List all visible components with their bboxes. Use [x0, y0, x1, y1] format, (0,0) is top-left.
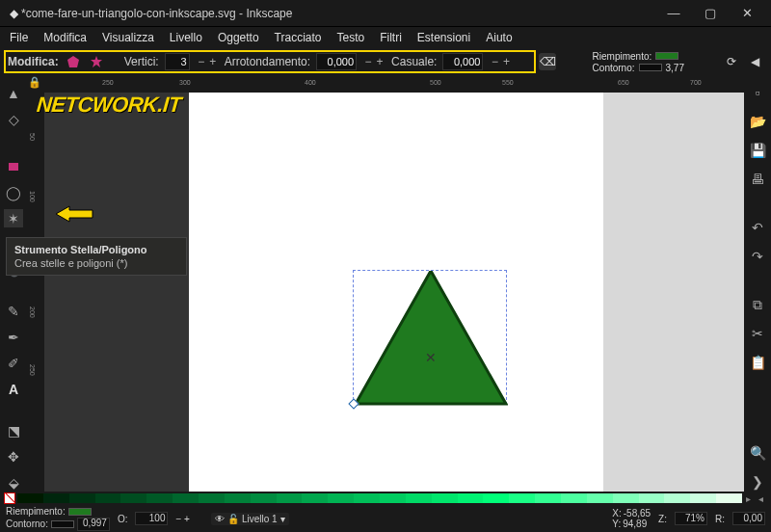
print-icon[interactable]: 🖶: [748, 170, 767, 189]
close-button[interactable]: ✕: [729, 4, 765, 23]
palette-swatch[interactable]: [17, 493, 43, 503]
palette-swatch[interactable]: [173, 493, 199, 503]
star-tool-icon[interactable]: ✶: [4, 209, 23, 227]
new-doc-icon[interactable]: ▫: [748, 83, 767, 102]
rectangle-tool-icon[interactable]: [4, 157, 23, 175]
palette-swatch[interactable]: [613, 493, 639, 503]
palette-swatch[interactable]: [146, 493, 173, 503]
zoom-icon[interactable]: 🔍: [748, 443, 767, 463]
menu-view[interactable]: Visualizza: [96, 29, 160, 46]
pencil-tool-icon[interactable]: ✎: [4, 303, 23, 321]
xml-icon[interactable]: ❯: [748, 472, 767, 492]
menu-path[interactable]: Tracciato: [269, 29, 328, 46]
status-stroke-width[interactable]: 0,997: [77, 518, 110, 531]
palette-swatch[interactable]: [354, 493, 380, 503]
vertices-input[interactable]: [165, 53, 190, 70]
opacity-input[interactable]: 100: [135, 512, 168, 525]
status-stroke-swatch[interactable]: [51, 520, 74, 528]
stroke-swatch[interactable]: [639, 64, 662, 71]
node-tool-icon[interactable]: ◇: [4, 111, 23, 129]
menu-file[interactable]: File: [4, 29, 34, 46]
status-fill-swatch[interactable]: [68, 508, 92, 516]
canvas[interactable]: ✕: [44, 93, 744, 492]
layer-selector[interactable]: 👁 🔓 Livello 1 ▾: [211, 513, 289, 525]
palette-swatch[interactable]: [225, 493, 251, 503]
calligraphy-tool-icon[interactable]: ✐: [4, 355, 23, 373]
random-input[interactable]: [442, 53, 483, 70]
save-icon[interactable]: 💾: [748, 141, 767, 160]
palette-swatch[interactable]: [43, 493, 69, 503]
palette-swatch[interactable]: [199, 493, 225, 503]
menu-text[interactable]: Testo: [331, 29, 370, 46]
paste-icon[interactable]: 📋: [748, 353, 767, 372]
svg-marker-1: [91, 56, 102, 67]
palette-swatch[interactable]: [639, 493, 665, 503]
palette-swatch[interactable]: [535, 493, 561, 503]
rotation-input[interactable]: 0,00: [732, 512, 765, 525]
fill-swatch[interactable]: [655, 52, 678, 60]
random-minus-button[interactable]: −: [489, 53, 500, 70]
reset-defaults-button[interactable]: ⌫: [539, 53, 556, 70]
palette-menu-icon[interactable]: ◂: [755, 493, 767, 504]
palette-swatch[interactable]: [380, 493, 406, 503]
menu-help[interactable]: Aiuto: [480, 29, 518, 46]
dropper-tool-icon[interactable]: ✥: [4, 447, 23, 466]
menu-edit[interactable]: Modifica: [38, 29, 93, 46]
palette-swatch[interactable]: [406, 493, 432, 503]
triangle-shape[interactable]: [354, 271, 508, 406]
palette-swatch[interactable]: [716, 493, 742, 503]
lock-layer-icon[interactable]: 🔒: [28, 76, 41, 89]
ellipse-tool-icon[interactable]: ◯: [4, 183, 23, 201]
star-mode-icon[interactable]: [88, 53, 105, 70]
menu-object[interactable]: Oggetto: [212, 29, 265, 46]
palette-swatch[interactable]: [587, 493, 613, 503]
layer-lock-icon[interactable]: 🔓: [227, 514, 239, 524]
rounding-plus-button[interactable]: +: [374, 53, 386, 70]
vertices-plus-button[interactable]: +: [207, 53, 219, 70]
menu-filters[interactable]: Filtri: [374, 29, 408, 46]
palette-scroll-icon[interactable]: ▸: [742, 493, 755, 504]
palette-swatch[interactable]: [664, 493, 690, 503]
vertices-minus-button[interactable]: −: [196, 53, 207, 70]
palette-swatch[interactable]: [120, 493, 146, 503]
zoom-input[interactable]: 71%: [675, 512, 707, 525]
redo-icon[interactable]: ↷: [748, 247, 767, 266]
palette-swatch[interactable]: [483, 493, 509, 503]
palette-swatch[interactable]: [458, 493, 484, 503]
minimize-button[interactable]: —: [655, 4, 692, 23]
snap-toggle-icon[interactable]: ⟳: [723, 53, 740, 70]
opacity-plus-button[interactable]: +: [184, 514, 190, 524]
toggle-panel-icon[interactable]: ◀: [746, 53, 763, 70]
maximize-button[interactable]: ▢: [692, 4, 729, 23]
palette-swatch[interactable]: [690, 493, 716, 503]
palette-swatch[interactable]: [561, 493, 587, 503]
palette-swatch[interactable]: [432, 493, 458, 503]
pen-tool-icon[interactable]: ✒: [4, 329, 23, 347]
undo-icon[interactable]: ↶: [748, 218, 767, 237]
menu-extensions[interactable]: Estensioni: [412, 29, 476, 46]
palette-swatch[interactable]: [277, 493, 303, 503]
color-palette[interactable]: [17, 493, 742, 503]
palette-swatch[interactable]: [69, 493, 95, 503]
palette-swatch[interactable]: [302, 493, 328, 503]
rounding-minus-button[interactable]: −: [362, 53, 374, 70]
tooltip: Strumento Stella/Poligono Crea stelle e …: [6, 237, 187, 276]
cut-icon[interactable]: ✂: [748, 324, 767, 343]
paintbucket-tool-icon[interactable]: ⬙: [4, 473, 23, 492]
rounding-input[interactable]: [316, 53, 357, 70]
polygon-mode-icon[interactable]: [65, 53, 82, 70]
copy-icon[interactable]: ⧉: [748, 295, 767, 314]
palette-swatch[interactable]: [251, 493, 277, 503]
no-color-swatch[interactable]: [4, 492, 15, 504]
menu-layer[interactable]: Livello: [164, 29, 208, 46]
random-plus-button[interactable]: +: [500, 53, 512, 70]
text-tool-icon[interactable]: A: [4, 381, 23, 399]
selector-tool-icon[interactable]: ▲: [4, 85, 23, 103]
palette-swatch[interactable]: [95, 493, 121, 503]
gradient-tool-icon[interactable]: ⬔: [4, 421, 23, 439]
opacity-minus-button[interactable]: −: [175, 514, 181, 524]
open-icon[interactable]: 📂: [748, 112, 767, 131]
palette-swatch[interactable]: [328, 493, 354, 503]
palette-swatch[interactable]: [509, 493, 535, 503]
eye-icon[interactable]: 👁: [215, 514, 225, 524]
